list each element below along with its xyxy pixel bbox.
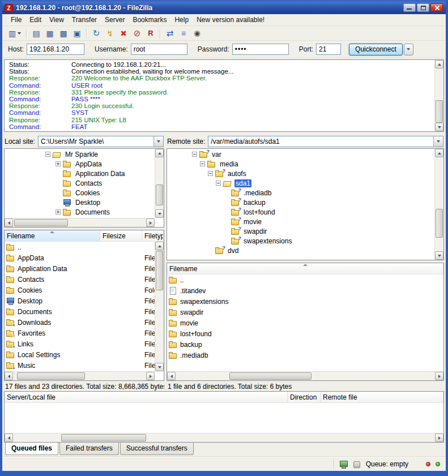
find-files-button[interactable]: ◉ [190, 27, 204, 40]
column-header-filesize[interactable]: Filesize [100, 230, 142, 241]
menu-item-view[interactable]: View [45, 15, 68, 25]
tree-item-documents[interactable]: Documents [5, 207, 155, 217]
local-file-row-item[interactable]: .. [5, 242, 155, 252]
process-queue-button[interactable]: ↯ [103, 27, 117, 40]
scroll-thumb[interactable] [229, 372, 312, 380]
tree-item-sda1[interactable]: sda1 [167, 178, 434, 188]
minimize-button[interactable] [403, 3, 416, 12]
scroll-up-button[interactable] [155, 242, 164, 250]
local-tree-horizontal-scrollbar[interactable] [5, 218, 155, 227]
column-header-filename[interactable]: Filename [5, 230, 100, 241]
collapse-icon[interactable] [200, 161, 205, 166]
local-file-row-application-data[interactable]: Application DataFile Folder [5, 263, 155, 274]
local-file-row-favorites[interactable]: FavoritesFile Folder [5, 328, 155, 338]
scroll-thumb[interactable] [17, 372, 85, 380]
remote-file-row-swapextensions[interactable]: swapextensions [167, 296, 443, 307]
username-input[interactable] [131, 44, 187, 55]
scroll-up-button[interactable] [435, 149, 443, 157]
menu-item-transfer[interactable]: Transfer [68, 15, 101, 25]
scroll-right-button[interactable] [435, 434, 443, 442]
scroll-thumb[interactable] [436, 209, 443, 238]
scroll-thumb[interactable] [436, 100, 443, 123]
tab-queued-files[interactable]: Queued files [5, 442, 58, 455]
toggle-local-tree-button[interactable]: ▦ [43, 27, 57, 40]
tree-item-desktop[interactable]: Desktop [5, 198, 155, 207]
collapse-icon[interactable] [192, 152, 197, 157]
scroll-down-button[interactable] [155, 363, 164, 371]
tree-item-mr-sparkle[interactable]: Mr Sparkle [5, 149, 155, 159]
collapse-icon[interactable] [216, 181, 221, 186]
local-site-combo[interactable]: C:\Users\Mr Sparkle\ [38, 136, 164, 147]
tab-successful-transfers[interactable]: Successful transfers [120, 443, 194, 455]
tree-item-lost-found[interactable]: ?lost+found [167, 207, 434, 217]
port-input[interactable] [316, 44, 341, 55]
local-file-row-appdata[interactable]: AppDataFile Folder [5, 252, 155, 263]
tree-item-backup[interactable]: ?backup [167, 198, 434, 207]
tree-item-contacts[interactable]: Contacts [5, 178, 155, 188]
local-list-horizontal-scrollbar[interactable] [5, 371, 155, 380]
menu-item-server[interactable]: Server [101, 15, 129, 25]
scroll-left-button[interactable] [5, 372, 13, 380]
quickconnect-button[interactable]: Quickconnect [349, 44, 403, 55]
tree-item-dvd[interactable]: ?dvd [167, 246, 434, 255]
toggle-transfer-queue-button[interactable]: ▣ [70, 27, 84, 40]
menu-item-help[interactable]: Help [170, 15, 193, 25]
local-file-row-cookies[interactable]: CookiesFolder [5, 285, 155, 295]
remote-file-row-item[interactable]: .. [167, 275, 443, 285]
scroll-thumb[interactable] [61, 434, 146, 441]
remote-file-row-movie[interactable]: movie [167, 318, 443, 328]
local-tree-vertical-scrollbar[interactable] [155, 149, 164, 218]
scroll-left-button[interactable] [5, 434, 13, 442]
maximize-button[interactable] [417, 3, 429, 12]
column-header-filetype[interactable]: Filetype [142, 230, 164, 241]
remote-file-row-backup[interactable]: backup [167, 339, 443, 350]
collapse-icon[interactable] [208, 171, 213, 176]
directory-comparison-button[interactable]: ⇄ [163, 27, 177, 40]
tree-item-movie[interactable]: ?movie [167, 217, 434, 226]
collapse-icon[interactable] [45, 152, 50, 157]
quickconnect-dropdown-button[interactable] [404, 44, 413, 55]
remote-tree-vertical-scrollbar[interactable] [434, 149, 443, 260]
local-file-row-music[interactable]: MusicFile Folder [5, 360, 155, 371]
remote-file-row-titandev[interactable]: .titandev [167, 285, 443, 296]
remote-site-combo[interactable]: /var/media/autofs/sda1 [208, 136, 443, 147]
title-bar[interactable]: Z 192.168.1.20 - root@192.168.1.20 - Fil… [2, 2, 446, 14]
tree-item-media[interactable]: media [167, 159, 434, 169]
log-vertical-scrollbar[interactable] [434, 60, 443, 131]
tree-item-application-data[interactable]: Application Data [5, 169, 155, 178]
site-manager-button[interactable]: ▥ [6, 27, 24, 40]
scroll-up-button[interactable] [155, 149, 164, 157]
disconnect-button[interactable]: ⊘ [130, 27, 144, 40]
local-file-row-downloads[interactable]: DownloadsFile Folder [5, 317, 155, 328]
scroll-left-button[interactable] [167, 372, 176, 380]
menu-item-new-version-available[interactable]: New version available! [193, 15, 268, 25]
menu-item-bookmarks[interactable]: Bookmarks [129, 15, 170, 25]
password-input[interactable] [232, 44, 289, 55]
remote-list-horizontal-scrollbar[interactable] [167, 371, 443, 380]
remote-file-row-mediadb[interactable]: .mediadb [167, 350, 443, 361]
reconnect-button[interactable]: R [144, 27, 157, 40]
local-site-dropdown-button[interactable] [153, 136, 163, 147]
toggle-remote-tree-button[interactable]: ▩ [57, 27, 70, 40]
scroll-thumb[interactable] [14, 219, 68, 226]
column-header-direction[interactable]: Direction [288, 392, 321, 402]
synchronized-browsing-button[interactable]: ≡ [177, 27, 190, 40]
scroll-left-button[interactable] [5, 218, 13, 227]
expand-icon[interactable] [56, 209, 61, 215]
tree-item-swapdir[interactable]: ?swapdir [167, 226, 434, 236]
tree-item-appdata[interactable]: AppData [5, 159, 155, 169]
tab-failed-transfers[interactable]: Failed transfers [59, 443, 119, 455]
cancel-button[interactable]: ✖ [117, 27, 130, 40]
scroll-down-button[interactable] [435, 251, 443, 260]
remote-site-dropdown-button[interactable] [433, 136, 443, 147]
remote-file-row-lost-found[interactable]: lost+found [167, 328, 443, 339]
local-file-row-contacts[interactable]: ContactsFile Folder [5, 274, 155, 285]
scroll-right-button[interactable] [146, 218, 155, 227]
tree-item-mediadb[interactable]: ?.mediadb [167, 188, 434, 198]
scroll-down-button[interactable] [435, 123, 443, 131]
scroll-right-button[interactable] [146, 372, 155, 380]
scroll-up-button[interactable] [435, 60, 443, 68]
menu-item-edit[interactable]: Edit [25, 15, 45, 25]
menu-item-file[interactable]: File [7, 15, 25, 25]
column-header-filename[interactable]: Filename [167, 263, 443, 274]
